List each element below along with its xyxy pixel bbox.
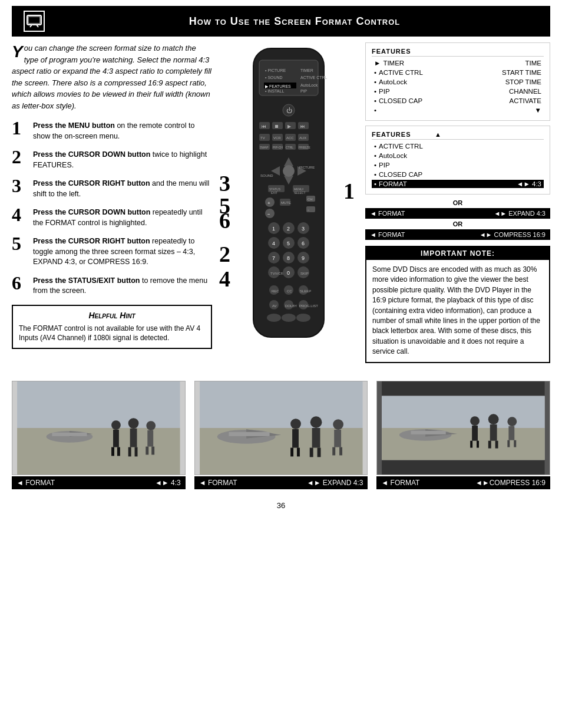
menu-box-2: FEATURES ▲ • ACTIVE CTRL • AutoLock • PI… (365, 126, 550, 195)
svg-text:−: − (267, 212, 270, 217)
svg-text:FREEZE: FREEZE (299, 146, 310, 149)
svg-point-45 (283, 165, 295, 177)
step-1-number: 1 (12, 118, 28, 137)
svg-rect-105 (17, 428, 180, 475)
format-bar-compress-left: ◄ FORMAT (370, 231, 405, 238)
menu-1-item-timer: ► TIMER TIME (372, 59, 544, 67)
remote-column: 35 1 6 24 • PICTURE TIMER • SOUND ACTIVE… (218, 42, 359, 363)
menu-1-right-autolock: STOP TIME (505, 78, 541, 85)
svg-point-109 (111, 420, 121, 430)
svg-rect-118 (147, 430, 153, 446)
svg-text:TV: TV (260, 136, 265, 140)
menu-2-item-format: • FORMAT ◄► 4:3 (372, 180, 544, 188)
svg-text:CH: CH (308, 197, 313, 201)
svg-point-150 (488, 414, 499, 424)
svg-rect-132 (312, 428, 320, 448)
svg-text:▶ FEATURES: ▶ FEATURES (265, 84, 291, 88)
image-placeholder-3 (376, 381, 550, 475)
menu-2-label-closedcap: CLOSED CAP (379, 171, 422, 178)
menu-1-label-closedcap: CLOSED CAP (379, 97, 422, 104)
step-3-text: Press the CURSOR RIGHT button and the me… (33, 176, 212, 199)
svg-text:8: 8 (287, 255, 290, 261)
right-column: FEATURES ► TIMER TIME • ACTIVE CTRL STAR… (365, 42, 550, 363)
svg-text:1: 1 (272, 226, 275, 232)
svg-text:SWAP: SWAP (260, 146, 269, 149)
image-placeholder-1 (12, 381, 186, 475)
menu-1-title: FEATURES (372, 48, 544, 57)
main-content: Y ou can change the screen format size t… (0, 37, 562, 369)
svg-rect-129 (290, 447, 293, 456)
page-number: 36 (0, 495, 562, 516)
svg-rect-148 (471, 440, 473, 447)
svg-rect-151 (490, 424, 497, 441)
svg-text:SOUND: SOUND (260, 174, 273, 177)
svg-rect-110 (113, 429, 119, 447)
svg-rect-112 (117, 447, 120, 456)
svg-text:0: 0 (287, 270, 290, 276)
menu-1-bullet-2: • (374, 69, 376, 76)
step-3-bold: Press the CURSOR RIGHT button (33, 179, 150, 187)
step-5-text: Press the CURSOR RIGHT button repeatedly… (33, 234, 212, 268)
or-label-1: OR (365, 199, 550, 206)
svg-text:AV: AV (272, 304, 277, 308)
remote-svg: • PICTURE TIMER • SOUND ACTIVE CTRL ▶ FE… (236, 42, 342, 349)
svg-rect-136 (334, 429, 341, 447)
menu-1-item-down: • ▼ (372, 106, 544, 114)
bottom-image-3: ◄ FORMAT ◄►COMPRESS 16:9 (376, 381, 550, 489)
format-bar-compress: ◄ FORMAT ◄► COMPRESS 16:9 (365, 229, 550, 240)
svg-text:⏮: ⏮ (262, 124, 266, 129)
bottom-image-2: ◄ FORMAT ◄► EXPAND 4:3 (194, 381, 368, 489)
menu-1-label-pip: PIP (379, 88, 390, 95)
step-2: 2 Press the CURSOR DOWN button twice to … (12, 147, 212, 170)
step-4: 4 Press the CURSOR DOWN button repeatedl… (12, 205, 212, 228)
hint-title: Helpful Hint (19, 311, 205, 320)
svg-point-102 (296, 314, 310, 322)
step-2-bold: Press the CURSOR DOWN button (33, 150, 150, 159)
menu-1-right-timer: TIME (525, 60, 541, 67)
menu-2-label-autolock: AutoLock (379, 152, 407, 159)
svg-rect-130 (297, 447, 300, 456)
menu-1-right-closedcap: ACTIVATE (509, 97, 541, 104)
step-overlay-2: 24 (219, 243, 230, 290)
svg-rect-141 (382, 396, 545, 427)
menu-2-title: FEATURES ▲ (372, 131, 544, 140)
svg-text:PROG.LIST: PROG.LIST (299, 304, 318, 308)
bottom-format-bar-1: ◄ FORMAT ◄► 4:3 (12, 476, 186, 489)
svg-text:PICTURE: PICTURE (299, 166, 315, 169)
svg-text:TV/VCR: TV/VCR (270, 272, 284, 275)
svg-text:4: 4 (272, 241, 275, 246)
svg-rect-104 (17, 381, 180, 428)
important-note: IMPORTANT NOTE: Some DVD Discs are encod… (365, 246, 550, 363)
svg-text:⏻: ⏻ (286, 107, 292, 114)
menu-1-right-activectrl: START TIME (502, 69, 541, 76)
menu-2-bullet-5: • (374, 180, 376, 187)
step-4-text: Press the CURSOR DOWN button repeatedly … (33, 205, 212, 228)
svg-point-113 (128, 418, 139, 429)
svg-point-135 (333, 419, 343, 430)
svg-rect-134 (317, 447, 320, 457)
svg-text:SELECT: SELECT (294, 191, 305, 195)
svg-text:▶: ▶ (287, 124, 292, 129)
menu-1-bullet-3: • (374, 78, 376, 85)
svg-point-127 (290, 419, 301, 429)
svg-rect-145 (411, 430, 446, 434)
svg-rect-128 (292, 429, 299, 447)
svg-text:TIMER: TIMER (300, 68, 313, 73)
menu-1-bullet-4: • (374, 88, 376, 95)
menu-1-item-closedcap: • CLOSED CAP ACTIVATE (372, 97, 544, 105)
svg-rect-108 (52, 432, 87, 436)
menu-1-item-autolock: • AutoLock STOP TIME (372, 78, 544, 86)
svg-text:7: 7 (272, 255, 275, 261)
svg-text:2: 2 (287, 226, 290, 232)
step-5-bold: Press the CURSOR RIGHT button (33, 237, 150, 245)
important-note-text: Some DVD Discs are encoded with as much … (366, 260, 549, 362)
menu-2-right-format: ◄► 4:3 (517, 180, 541, 187)
step-3: 3 Press the CURSOR RIGHT button and the … (12, 176, 212, 199)
svg-text:• INSTALL: • INSTALL (265, 89, 284, 93)
svg-rect-155 (509, 426, 515, 440)
menu-2-item-activectrl: • ACTIVE CTRL (372, 142, 544, 150)
page-header: How to Use the Screen Format Control (12, 6, 550, 37)
svg-rect-126 (229, 431, 269, 436)
svg-point-100 (267, 314, 281, 322)
svg-text:⏹: ⏹ (275, 124, 279, 129)
